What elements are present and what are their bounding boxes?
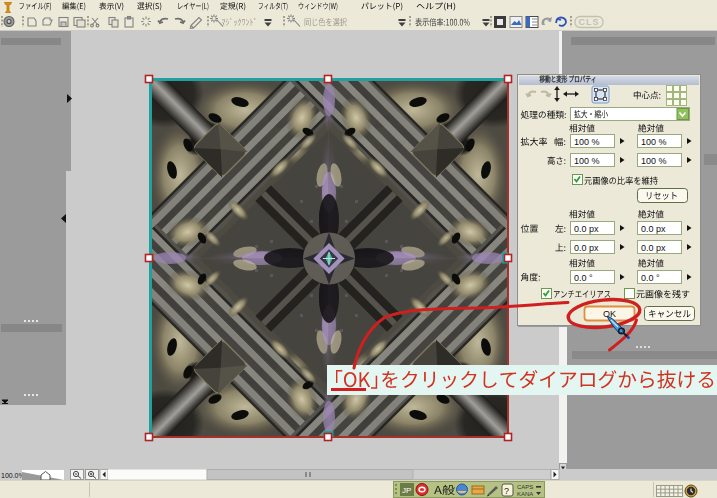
svg-text:100 %: 100 % <box>641 137 667 147</box>
svg-text:CAPS: CAPS <box>517 484 533 490</box>
svg-text:0.0 °: 0.0 ° <box>574 273 593 283</box>
svg-text:0.0 px: 0.0 px <box>574 243 599 253</box>
svg-text:0.0 px: 0.0 px <box>641 224 666 234</box>
svg-text:CLS: CLS <box>579 17 600 27</box>
svg-text:0.0 °: 0.0 ° <box>641 273 660 283</box>
svg-text:100 %: 100 % <box>574 156 600 166</box>
svg-text:OK: OK <box>603 309 616 319</box>
svg-text:0.0 px: 0.0 px <box>641 243 666 253</box>
svg-text:?: ? <box>504 486 509 496</box>
svg-text:100.0%: 100.0% <box>1 472 25 479</box>
svg-text:0.0 px: 0.0 px <box>574 224 599 234</box>
svg-text:100 %: 100 % <box>641 156 667 166</box>
svg-text:100 %: 100 % <box>574 137 600 147</box>
svg-text:KANA: KANA <box>517 491 533 497</box>
svg-text:JP: JP <box>402 486 411 495</box>
